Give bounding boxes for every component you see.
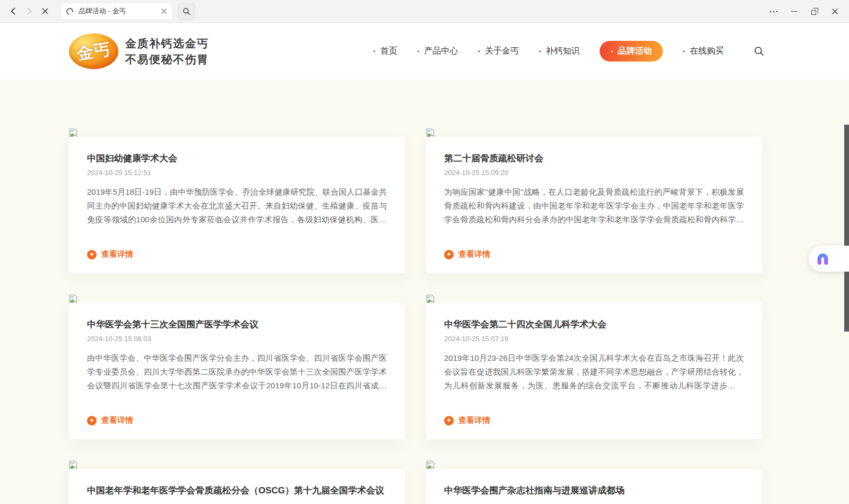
header-right: · 首页 · 产品中心 · 关于金丐 · 补钙知识 · 品牌活动 · 在线购买 xyxy=(373,41,764,62)
nav-item-products[interactable]: · 产品中心 xyxy=(417,46,458,57)
broken-image-icon xyxy=(69,460,77,470)
activity-card[interactable]: 中国妇幼健康学术大会 2024-10-25 15:12:51 2019年5月18… xyxy=(69,137,405,273)
plus-circle-icon: + xyxy=(444,416,454,425)
activity-card-wrapper: 第二十届骨质疏松研讨会 2024-10-25 15:09:20 为响应国家"健康… xyxy=(426,128,762,273)
view-details-label: 查看详情 xyxy=(101,415,133,425)
activity-card[interactable]: 中华医学会第十三次全国围产医学学术会议 2024-10-25 15:08:03 … xyxy=(69,303,405,439)
activity-card-wrapper: 中国老年学和老年医学学会骨质疏松分会（OSCG）第十九届全国学术会议 + 查看详… xyxy=(69,460,405,504)
nav-bullet-icon: · xyxy=(417,47,420,56)
restore-icon xyxy=(811,10,816,15)
activity-excerpt: 2019年5月18日-19日，由中华预防医学会、乔治全球健康研究院、联合国人口基… xyxy=(87,185,387,227)
activity-excerpt: 为响应国家"健康中国"战略，在人口老龄化及骨质疏松流行的严峻背景下，积极发展骨质… xyxy=(444,185,744,227)
tab-loading-spinner-icon xyxy=(65,6,75,16)
activity-card[interactable]: 第二十届骨质疏松研讨会 2024-10-25 15:09:20 为响应国家"健康… xyxy=(426,137,762,273)
brand-tagline-line1: 金质补钙选金丐 xyxy=(125,36,209,51)
forward-chevron-icon xyxy=(25,7,33,15)
tab-close-icon[interactable] xyxy=(161,8,167,14)
plus-circle-icon: + xyxy=(87,416,97,425)
nav-item-buy-online[interactable]: · 在线购买 xyxy=(682,46,724,57)
plus-circle-icon: + xyxy=(87,250,97,259)
browser-menu-button[interactable]: ··· xyxy=(766,4,782,20)
activity-title: 中国老年学和老年医学学会骨质疏松分会（OSCG）第十九届全国学术会议 xyxy=(87,484,387,497)
nav-item-label: 首页 xyxy=(380,46,397,57)
activity-date: 2024-10-25 15:09:20 xyxy=(444,169,744,177)
nav-item-label: 在线购买 xyxy=(690,46,724,57)
view-details-link[interactable]: + 查看详情 xyxy=(444,415,744,425)
header-search-button[interactable] xyxy=(754,46,764,56)
nav-bullet-icon: · xyxy=(611,47,614,56)
nav-item-label: 关于金丐 xyxy=(485,46,519,57)
activity-card-wrapper: 中华医学会第二十四次全国儿科学术大会 2024-10-25 15:07:19 2… xyxy=(426,294,762,439)
activity-date: 2024-10-25 15:08:03 xyxy=(87,335,387,343)
activity-card[interactable]: 中华医学会第二十四次全国儿科学术大会 2024-10-25 15:07:19 2… xyxy=(426,303,762,439)
window-close-button[interactable] xyxy=(827,4,843,20)
view-details-link[interactable]: + 查看详情 xyxy=(87,249,387,259)
activity-excerpt: 由中华医学会、中华医学会围产医学分会主办，四川省医学会、四川省医学会围产医学专业… xyxy=(87,351,387,393)
nav-item-label: 产品中心 xyxy=(424,46,458,57)
view-details-label: 查看详情 xyxy=(458,249,490,259)
browser-toolbar: 品牌活动 - 金丐 ··· xyxy=(0,0,849,23)
broken-image-icon xyxy=(69,128,77,137)
search-icon xyxy=(754,46,764,56)
nav-item-label: 品牌活动 xyxy=(618,46,652,57)
nav-item-calcium-knowledge[interactable]: · 补钙知识 xyxy=(539,46,580,57)
brand-tagline: 金质补钙选金丐 不易便秘不伤胃 xyxy=(125,36,209,67)
browser-forward-button[interactable] xyxy=(21,3,37,19)
view-details-link[interactable]: + 查看详情 xyxy=(87,415,387,425)
window-close-icon xyxy=(831,8,838,15)
nav-bullet-icon: · xyxy=(373,47,376,56)
tab-title: 品牌活动 - 金丐 xyxy=(79,6,161,16)
nav-item-home[interactable]: · 首页 xyxy=(373,46,397,57)
view-details-label: 查看详情 xyxy=(101,249,133,259)
broken-image-icon xyxy=(426,460,435,470)
window-controls: ··· xyxy=(766,0,843,23)
search-icon xyxy=(183,7,190,15)
activity-date: 2024-10-25 15:07:19 xyxy=(444,335,744,343)
browser-stop-button[interactable] xyxy=(37,3,53,19)
activity-title: 中华医学会第十三次全国围产医学学术会议 xyxy=(87,318,387,331)
activity-date: 2024-10-25 15:12:51 xyxy=(87,169,387,177)
assistant-floating-button[interactable] xyxy=(809,246,849,272)
assistant-a-icon xyxy=(816,251,830,266)
broken-image-icon xyxy=(69,294,77,303)
view-details-link[interactable]: + 查看详情 xyxy=(444,249,744,259)
broken-image-icon xyxy=(426,128,435,137)
activity-card-wrapper: 中华医学会围产杂志社指南与进展巡讲成都场 + 查看详情 xyxy=(426,460,762,504)
activity-card[interactable]: 中国老年学和老年医学学会骨质疏松分会（OSCG）第十九届全国学术会议 + 查看详… xyxy=(69,469,405,504)
nav-item-label: 补钙知识 xyxy=(546,46,580,57)
site-header: 金丐 金质补钙选金丐 不易便秘不伤胃 · 首页 · 产品中心 · 关于金丐 · … xyxy=(0,23,849,80)
brand-tagline-line2: 不易便秘不伤胃 xyxy=(125,51,209,67)
brand-logo-text: 金丐 xyxy=(75,38,112,65)
nav-item-about[interactable]: · 关于金丐 xyxy=(478,46,519,57)
window-restore-button[interactable] xyxy=(807,4,822,20)
activity-card-wrapper: 中国妇幼健康学术大会 2024-10-25 15:12:51 2019年5月18… xyxy=(69,128,405,273)
browser-back-button[interactable] xyxy=(5,3,21,19)
brand-logo-icon: 金丐 xyxy=(69,33,118,69)
window-minimize-button[interactable] xyxy=(786,4,802,20)
activity-card-wrapper: 中华医学会第十三次全国围产医学学术会议 2024-10-25 15:08:03 … xyxy=(69,294,405,439)
page-scrollbar-thumb[interactable] xyxy=(844,125,849,332)
activity-excerpt: 2019年10月23-26日中华医学会第24次全国儿科学术大会在百岛之市珠海召开… xyxy=(444,351,744,393)
broken-image-icon xyxy=(426,294,435,303)
brand-activities-page: 中国妇幼健康学术大会 2024-10-25 15:12:51 2019年5月18… xyxy=(0,80,849,504)
nav-item-brand-activities[interactable]: · 品牌活动 xyxy=(600,41,663,62)
activity-card-grid: 中国妇幼健康学术大会 2024-10-25 15:12:51 2019年5月18… xyxy=(69,128,762,504)
view-details-label: 查看详情 xyxy=(458,415,490,425)
activity-title: 中国妇幼健康学术大会 xyxy=(87,152,387,165)
activity-card[interactable]: 中华医学会围产杂志社指南与进展巡讲成都场 + 查看详情 xyxy=(426,469,762,504)
activity-title: 中华医学会第二十四次全国儿科学术大会 xyxy=(444,318,744,331)
plus-circle-icon: + xyxy=(444,250,454,259)
nav-bullet-icon: · xyxy=(478,47,481,56)
main-nav: · 首页 · 产品中心 · 关于金丐 · 补钙知识 · 品牌活动 · 在线购买 xyxy=(373,41,724,62)
activity-title: 中华医学会围产杂志社指南与进展巡讲成都场 xyxy=(444,484,744,497)
nav-bullet-icon: · xyxy=(539,47,542,56)
back-chevron-icon xyxy=(9,7,18,15)
nav-bullet-icon: · xyxy=(682,47,686,56)
brand-logo[interactable]: 金丐 金质补钙选金丐 不易便秘不伤胃 xyxy=(69,33,209,69)
browser-search-button[interactable] xyxy=(178,3,195,20)
browser-tab[interactable]: 品牌活动 - 金丐 xyxy=(60,3,173,20)
stop-x-icon xyxy=(41,7,49,15)
ellipsis-icon: ··· xyxy=(769,7,779,16)
activity-title: 第二十届骨质疏松研讨会 xyxy=(444,152,744,165)
minimize-icon xyxy=(791,11,798,12)
